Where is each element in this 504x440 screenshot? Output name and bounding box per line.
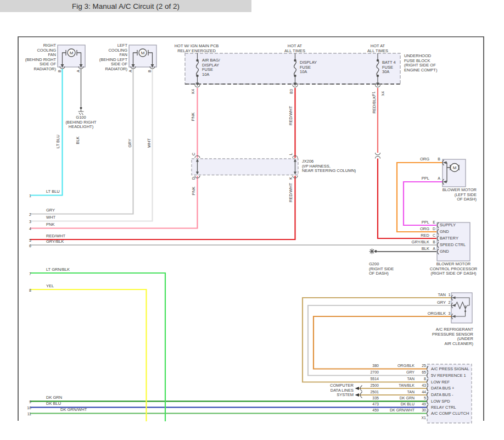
fuse-1-label: AIR BAG/ DISPLAY FUSE 10A: [202, 58, 235, 77]
proc-pin-c: C: [432, 233, 436, 237]
proc-wire-ppl: PPL: [396, 220, 429, 225]
proc-wire-red: RED: [396, 233, 429, 238]
row-num-8: 8: [23, 288, 31, 292]
sensor-wire-gry: GRY: [417, 300, 446, 305]
right-fan-motor-letter: M: [70, 51, 74, 55]
ecm-signal-2: LOW REF: [431, 380, 486, 385]
ecm-signal-6: RELAY CTRL: [431, 405, 486, 410]
ecm-signal-3: DATA BUS +: [431, 386, 486, 391]
processor-label: BLOWER MOTOR CONTROL PROCESSOR (RIGHT SI…: [415, 262, 492, 276]
row-num-4: 4: [23, 227, 31, 231]
left-fan-pin-b: B: [148, 69, 152, 74]
wiring-diagram-page: Fig 3: Manual A/C Circuit (2 of 2): [0, 0, 504, 440]
row-label-6: GRY/BLK: [46, 240, 96, 244]
wire-label-org: ORG: [406, 157, 429, 162]
fuse-pin-b3: B3: [289, 86, 293, 97]
ecm-pin-8: 8: [412, 377, 426, 381]
row-label-8: YEL: [46, 284, 96, 289]
ecm-pin-65: 65: [412, 370, 426, 374]
row-num-5: 5: [23, 238, 31, 242]
ecm-circuit-2700: 2700: [356, 370, 379, 374]
row-label-3: WHT: [46, 215, 96, 220]
blower-motor-label: BLOWER MOTOR (LEFT SIDE OF DASH): [433, 188, 477, 202]
right-fan-pin-a: A: [76, 69, 80, 74]
sensor-wire-org-blk: ORG/BLK: [417, 311, 446, 316]
wire-wht: [30, 69, 153, 221]
proc-signal-gnd2: GND: [440, 249, 469, 254]
sensor-wire-tan: TAN: [417, 293, 446, 298]
fuse-block-label: UNDERHOOD FUSE BLOCK (RIGHT SIDE OF ENGI…: [404, 54, 453, 73]
ecm-pin-30: 30: [412, 408, 426, 412]
ecm-color-2: TAN: [381, 377, 415, 381]
wire-pnk: [30, 88, 198, 229]
g100-label: G100 (BEHIND RIGHT HEADLIGHT): [53, 115, 109, 130]
row-num-11: 11: [21, 412, 31, 416]
proc-wire-gry-blk: GRY/BLK: [396, 240, 429, 245]
sensor-pin-3: 3: [447, 311, 452, 315]
proc-signal-speed-ctrl: SPEED CTRL: [440, 243, 469, 248]
ecm-circuit-335: 335: [356, 396, 379, 400]
g200-ground-icon: [369, 249, 377, 254]
row-label-9: DK GRN: [46, 396, 96, 400]
ecm-color-0: ORG/BLK: [381, 364, 415, 367]
g100-ground-icon: [79, 107, 84, 115]
ecm-signal-0: A/C PRESS SIGNAL: [431, 367, 486, 372]
row-num-1: 1: [23, 194, 31, 198]
row-num-9: 9: [23, 400, 31, 404]
row-num-6: 6: [23, 244, 31, 248]
jx206-box: [192, 159, 298, 175]
ecm-pin-43: 43: [412, 383, 426, 387]
proc-pin-b: B: [432, 240, 436, 244]
ecm-color-5: DK GRN: [381, 396, 415, 400]
row-label-4: PNK: [46, 222, 96, 227]
proc-signal-gnd1: GND: [440, 230, 469, 235]
jx206-pin-c: C: [192, 152, 195, 157]
ecm-pin-5: 5: [412, 396, 426, 400]
proc-pin-a: A: [432, 247, 436, 250]
fuse-pin-arcs: [195, 85, 380, 87]
ecm-circuit-2500: 2500: [356, 383, 379, 387]
row-num-10: 10: [21, 406, 31, 410]
fuse-pin-x4: X4: [381, 88, 385, 99]
ecm-circuit-5514: 5514: [356, 377, 379, 381]
right-fan-pin-b: B: [58, 69, 61, 74]
sensor-pin-2: 2: [447, 300, 452, 304]
left-fan-motor-letter: M: [141, 51, 145, 55]
wire-label-red-wht-below-jx: RED/WHT: [288, 179, 293, 207]
right-fan-label: RIGHT COOLING FAN (BEHIND RIGHT SIDE OF …: [15, 43, 56, 72]
ecm-circuit-459: 459: [356, 408, 379, 412]
feed-1-hot-label: HOT W/ IGN MAIN PCB RELAY ENERGIZED: [166, 44, 227, 53]
row-label-10: DK BLU: [46, 402, 96, 406]
ecm-color-3: TAN/BLK: [381, 383, 415, 387]
blower-pin-b: B: [436, 157, 441, 161]
blower-motor-letter: M: [453, 165, 457, 170]
left-fan-label: LEFT COOLING FAN (BEHIND LEFT SIDE OF RA…: [87, 43, 127, 72]
ecm-color-7: DK GRN/WHT: [381, 408, 415, 412]
ecm-signal-7: A/C COMP CLUTCH: [431, 411, 486, 416]
wire-label-ppl: PPL: [406, 176, 429, 181]
row-num-7: 7: [23, 272, 31, 276]
ecm-circuit-473: 473: [356, 402, 379, 406]
g200-label: G200 (RIGHT SIDE OF DASH): [369, 262, 407, 276]
ecm-pin-49: 49: [412, 402, 426, 406]
wire-label-blk-vert: BLK: [75, 129, 80, 153]
sensor-pin-1: 1: [447, 293, 452, 297]
row-label-11: DK GRN/WHT: [60, 408, 110, 413]
left-fan-pin-a: A: [128, 69, 132, 74]
feed-2-hot-label: HOT AT ALL TIMES: [265, 44, 325, 53]
jx206-pin-l: L: [289, 152, 293, 157]
row-label-5: RED/WHT: [46, 234, 96, 239]
ecm-color-4: TAN: [381, 390, 415, 394]
row-num-2: 2: [23, 213, 31, 216]
wire-label-gry-vert: GRY: [127, 131, 132, 155]
data-lines-label: COMPUTER DATA LINES SYSTEM: [316, 383, 354, 398]
jx206-label: JX206 (I/P HARNESS, NEAR STEERING COLUMN…: [302, 159, 384, 174]
proc-signal-battery: BATTERY: [440, 236, 469, 241]
ecm-color-1: GRY: [381, 370, 415, 374]
ecm-pin-25: 25: [412, 364, 426, 367]
ecm-pin-44: 44: [412, 390, 426, 394]
fuse-pin-k4: K4: [191, 86, 195, 97]
ecm-signal-1: 5V REFERENCE 1: [431, 374, 486, 378]
wire-label-lt-blu-vert: LT BLU: [55, 130, 60, 154]
wire-label-pnk-below-jx: PNK: [191, 179, 196, 203]
